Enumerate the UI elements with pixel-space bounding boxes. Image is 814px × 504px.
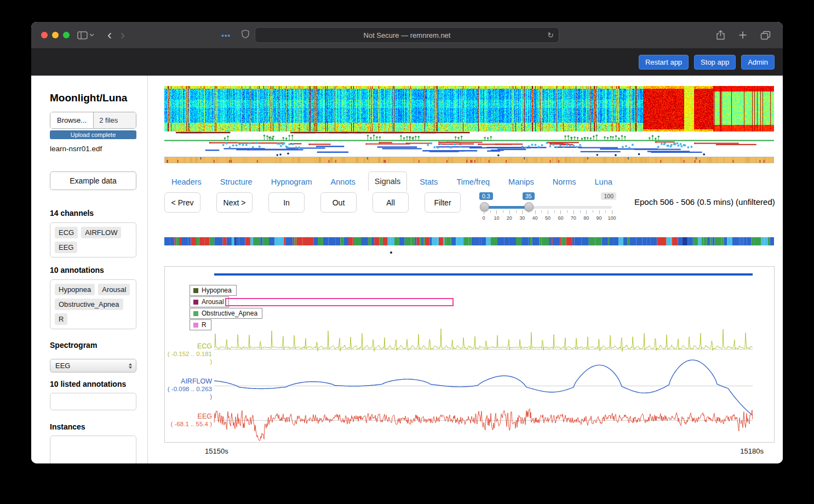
slider-tick: [490, 210, 491, 213]
annotations-heading: 10 annotations: [50, 266, 136, 275]
tab-annots[interactable]: Annots: [325, 173, 362, 191]
busy-indicator-dot: [390, 251, 392, 254]
reload-icon[interactable]: ↻: [547, 31, 554, 39]
tab-headers[interactable]: Headers: [165, 173, 208, 191]
slider-tick: [554, 210, 555, 213]
slider-tick: [605, 210, 606, 213]
frequency-range-slider: 0.3 35 100 0102030405060708090100: [479, 192, 616, 223]
slider-fill: [484, 206, 529, 209]
next-button[interactable]: Next >: [216, 192, 253, 213]
browser-chrome: ‹ › ••• Not Secure — remnrem.net ↻: [31, 22, 783, 48]
legend-swatch: [193, 323, 198, 328]
tab-hypnogram[interactable]: Hypnogram: [265, 173, 318, 191]
epoch-status-text: Epoch 506 - 506 (0.5 mins) (unfiltered): [634, 197, 775, 207]
slider-tick: [599, 210, 600, 214]
slider-tick: [535, 210, 536, 214]
slider-tick: [516, 210, 517, 213]
x-end-label: 15180s: [740, 447, 764, 455]
main-content: HeadersStructureHypnogramAnnotsSignalsSt…: [148, 76, 783, 463]
signals-plot-panel[interactable]: HypopneaArousalObstructive_ApneaR ECG( -…: [164, 266, 775, 443]
slider-tick: [567, 210, 567, 213]
tab-structure[interactable]: Structure: [214, 173, 259, 191]
spacer-row: [164, 245, 775, 255]
tab-time-freq[interactable]: Time/freq: [450, 173, 496, 191]
slider-tick: [529, 210, 529, 213]
channel-tag-ecg[interactable]: ECG: [55, 227, 78, 238]
zoom-window-button[interactable]: [63, 32, 70, 38]
legend-item-obstructive-apnea[interactable]: Obstructive_Apnea: [190, 308, 262, 319]
annotations-select-box[interactable]: HypopneaArousalObstructive_ApneaR: [50, 279, 136, 329]
extension-icon[interactable]: •••: [221, 31, 231, 39]
annotation-tag-hypopnea[interactable]: Hypopnea: [55, 284, 95, 295]
spectrogram-heading: Spectrogram: [50, 341, 136, 350]
spectrogram-plot[interactable]: [164, 86, 774, 131]
x-axis-labels: 15150s 15180s: [164, 443, 775, 455]
slider-high-badge: 35: [523, 192, 535, 200]
slider-tick: [560, 210, 561, 214]
slider-handle-low[interactable]: [480, 202, 489, 211]
legend-item-arousal[interactable]: Arousal: [190, 296, 229, 307]
legend-item-hypopnea[interactable]: Hypopnea: [190, 285, 237, 296]
loaded-file-name: learn-nsrr01.edf: [50, 145, 136, 154]
example-data-button[interactable]: Example data: [50, 171, 136, 190]
legend-label: Hypopnea: [202, 287, 232, 294]
slider-tick: [484, 210, 484, 214]
channels-select-box[interactable]: ECGAIRFLOWEEG: [50, 222, 136, 257]
annotation-tag-r[interactable]: R: [55, 313, 67, 325]
signal-label-eeg: EEG( -68.1 .. 55.4 ): [165, 413, 212, 428]
filter-button[interactable]: Filter: [425, 192, 461, 213]
appbar-buttons: Restart appStop appAdmin: [639, 55, 775, 70]
tab-signals[interactable]: Signals: [368, 171, 408, 191]
annotation-tag-obstructive-apnea[interactable]: Obstructive_Apnea: [55, 299, 123, 310]
annotation-instance-highlight: [225, 298, 454, 306]
annotation-tag-arousal[interactable]: Arousal: [98, 284, 130, 295]
channel-tag-airflow[interactable]: AIRFLOW: [81, 227, 121, 238]
legend-swatch: [193, 288, 198, 293]
signal-label-ecg: ECG( -0.152 .. 0.181 ): [165, 342, 212, 365]
share-icon[interactable]: [716, 30, 725, 40]
zoom-in-button[interactable]: In: [268, 192, 305, 213]
chevron-down-icon: [89, 33, 94, 37]
tab-overview-icon[interactable]: [760, 31, 771, 40]
slider-tick-label: 20: [507, 215, 512, 221]
slider-tick: [612, 210, 612, 214]
new-tab-icon[interactable]: [738, 31, 747, 39]
tab-norms[interactable]: Norms: [547, 173, 582, 191]
channel-tag-eeg[interactable]: EEG: [55, 242, 77, 253]
forward-button[interactable]: ›: [116, 28, 129, 42]
control-buttons: < PrevNext >InOutAllFilter: [164, 192, 477, 213]
slider-low-badge: 0.3: [479, 192, 493, 200]
tab-bar: HeadersStructureHypnogramAnnotsSignalsSt…: [164, 170, 775, 191]
minimize-window-button[interactable]: [52, 32, 59, 38]
zoom-out-button[interactable]: Out: [320, 192, 357, 213]
sidebar-toggle-button[interactable]: [77, 31, 94, 39]
tab-luna[interactable]: Luna: [589, 173, 618, 191]
instances-heading: Instances: [50, 422, 136, 432]
privacy-shield-icon[interactable]: [242, 30, 249, 41]
admin-button[interactable]: Admin: [741, 55, 775, 70]
file-upload-control: Browse... 2 files: [50, 112, 136, 129]
hypnogram-strip[interactable]: [164, 157, 774, 163]
channels-heading: 14 channels: [50, 209, 136, 218]
browse-button[interactable]: Browse...: [50, 112, 94, 128]
listed-annotations-input[interactable]: [50, 393, 136, 410]
back-button[interactable]: ‹: [103, 28, 116, 42]
stop-app-button[interactable]: Stop app: [694, 55, 736, 70]
slider-tick-label: 100: [607, 215, 616, 221]
instances-list-box[interactable]: [50, 436, 136, 463]
tab-stats[interactable]: Stats: [414, 173, 444, 191]
annotation-tracks-plot[interactable]: [164, 131, 774, 157]
slider-tick: [586, 210, 587, 214]
slider-tick-label: 50: [545, 215, 551, 221]
all-button[interactable]: All: [372, 192, 409, 213]
spectrogram-channel-select[interactable]: EEG: [50, 359, 136, 373]
epoch-color-strip[interactable]: [164, 237, 774, 245]
url-bar[interactable]: Not Secure — remnrem.net ↻: [255, 27, 559, 43]
x-start-label: 15150s: [205, 447, 228, 455]
tab-manips[interactable]: Manips: [502, 173, 540, 191]
legend-item-r[interactable]: R: [190, 319, 211, 330]
prev-button[interactable]: < Prev: [164, 192, 200, 213]
close-window-button[interactable]: [41, 32, 48, 38]
restart-app-button[interactable]: Restart app: [639, 55, 689, 70]
slider-max-label: 100: [601, 192, 616, 200]
